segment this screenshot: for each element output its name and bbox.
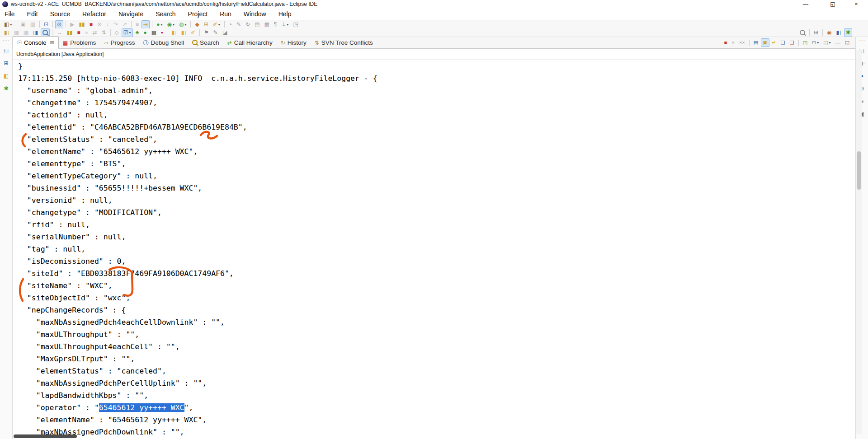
menu-navigate[interactable]: Navigate <box>118 10 143 18</box>
java-application-icon[interactable]: ◆ <box>193 20 201 29</box>
last-edit-location-icon[interactable]: ◳ <box>291 20 300 29</box>
open-folder-icon[interactable]: ◧ <box>170 28 178 37</box>
java-browsing-perspective-icon[interactable]: ◧ <box>835 28 843 37</box>
drop-to-frame-icon[interactable]: ≡ <box>134 20 141 29</box>
stop-icon[interactable]: ■ <box>75 28 82 37</box>
word-wrap-icon[interactable]: ↵ <box>770 38 778 47</box>
next-annotation-icon[interactable]: ⇣▾ <box>279 20 290 29</box>
swap-icon[interactable]: ⇄ <box>90 28 99 37</box>
tab-search[interactable]: Search <box>188 37 223 48</box>
flag-icon[interactable]: ⚑ <box>202 28 211 37</box>
bug-view-icon[interactable]: ✱ <box>3 84 9 93</box>
menu-project[interactable]: Project <box>188 10 208 18</box>
open-type-icon[interactable]: ◔ <box>227 20 234 29</box>
suspend-icon[interactable]: ▮▮ <box>77 20 86 29</box>
terminate-icon[interactable]: ■ <box>88 20 94 29</box>
plant-icon[interactable]: ♣ <box>134 28 141 37</box>
checked-dropdown-icon[interactable]: ☑▾ <box>122 28 133 37</box>
console-output[interactable]: }17:11:15.250 [http-nio-6083-exec-10] IN… <box>13 60 855 439</box>
remove-launch-icon[interactable]: × <box>730 38 736 47</box>
close-window-button[interactable]: × <box>847 0 865 8</box>
scroll-lock-icon[interactable]: ▣ <box>761 38 769 47</box>
clear-console-icon[interactable]: ▤ <box>752 38 760 47</box>
type-hierarchy-icon[interactable]: ◨ <box>31 28 40 37</box>
red-square-icon[interactable]: ▪ <box>159 28 165 37</box>
tab-history[interactable]: ↻History <box>277 37 311 48</box>
display-console-icon[interactable]: ⊡▾ <box>810 38 821 47</box>
minimize-view-icon[interactable]: — <box>834 38 842 47</box>
vertical-scrollbar-thumb[interactable] <box>857 151 861 190</box>
open-perspective-icon[interactable]: ⊞ <box>812 28 820 37</box>
javaee-perspective-icon[interactable]: ◉ <box>825 28 833 37</box>
palette-icon[interactable]: ▩ <box>150 28 158 37</box>
tab-console[interactable]: ⊡Console⊠ <box>13 36 59 49</box>
view-stack-handle[interactable]: ···· <box>859 40 865 42</box>
view-stack-handle[interactable]: ···· <box>3 40 9 42</box>
project-explorer-icon[interactable]: ⊞ <box>3 59 9 68</box>
use-step-filters-icon[interactable]: ⇥ <box>142 20 150 29</box>
remove-all-launches-icon[interactable]: ×× <box>737 38 747 47</box>
tab-progress[interactable]: ▱Progress <box>100 37 139 48</box>
search-icon[interactable] <box>798 28 807 37</box>
new-folder-icon[interactable]: ◧ <box>2 28 11 37</box>
menu-source[interactable]: Source <box>50 10 70 18</box>
eraser-icon[interactable]: ◪ <box>221 28 229 37</box>
step-over-icon[interactable]: ↷ <box>112 20 120 29</box>
skip-all-breakpoints-icon[interactable]: ⊘ <box>55 20 63 29</box>
feather-icon[interactable]: ✎ <box>235 20 243 29</box>
filter-icon[interactable]: ◇ <box>113 28 121 37</box>
external-tools-icon[interactable]: ✐▾ <box>211 20 222 29</box>
new-wizard-icon[interactable]: ◧▾ <box>2 20 14 29</box>
open-folder2-icon[interactable]: ◧ <box>179 28 188 37</box>
restore-window-button[interactable]: ◱ <box>824 0 842 8</box>
tab-call-hierarchy[interactable]: ⇄Call Hierarchy <box>223 37 277 48</box>
gold-pencil-icon[interactable]: ✐ <box>189 28 197 37</box>
menu-file[interactable]: File <box>5 10 15 18</box>
menu-help[interactable]: Help <box>278 10 292 18</box>
grid-icon[interactable]: ▦ <box>263 20 271 29</box>
save-icon[interactable]: ▣ <box>19 20 27 29</box>
pencil-icon[interactable]: ✎ <box>212 28 220 37</box>
disconnect-icon[interactable]: ⊗ <box>95 20 104 29</box>
search-icon[interactable] <box>41 28 50 37</box>
console-window-icon[interactable]: ⊡ <box>42 20 50 29</box>
columns2-icon[interactable]: ▥ <box>22 28 30 37</box>
debug-button[interactable]: ●▾ <box>155 20 164 29</box>
folder-icon[interactable]: ◧ <box>3 72 9 80</box>
step-return-icon[interactable]: ↗ <box>121 20 129 29</box>
table-icon[interactable]: ▤ <box>253 20 261 29</box>
menu-edit[interactable]: Edit <box>27 10 38 18</box>
tab-problems[interactable]: ▦Problems <box>59 37 100 48</box>
coverage-button[interactable]: ◍▾ <box>177 20 189 29</box>
maximize-view-icon[interactable]: ◱ <box>843 38 851 47</box>
debug-perspective-icon[interactable]: ✱ <box>844 28 852 37</box>
wave-icon[interactable]: ≈ <box>83 28 90 37</box>
tab-debug-shell[interactable]: ⒿDebug Shell <box>139 37 188 48</box>
columns-icon[interactable]: ▥ <box>12 28 20 37</box>
forward-icon[interactable]: → <box>55 28 64 37</box>
resume-icon[interactable]: ▶ <box>68 20 76 29</box>
menu-refactor[interactable]: Refactor <box>82 10 106 18</box>
pilcrow-icon[interactable]: ¶ <box>272 20 278 29</box>
run-button[interactable]: ◉▾ <box>165 20 176 29</box>
console-vertical-scrollbar[interactable] <box>856 50 862 434</box>
sort-icon[interactable]: ⇅ <box>100 28 108 37</box>
minimize-window-button[interactable]: — <box>797 0 815 8</box>
menu-window[interactable]: Window <box>244 10 266 18</box>
step-into-icon[interactable]: ↓ <box>104 20 111 29</box>
menu-run[interactable]: Run <box>220 10 231 18</box>
new-console-pin-icon[interactable]: ◳ <box>801 38 809 47</box>
horizontal-scrollbar-thumb[interactable] <box>14 434 77 438</box>
refresh-icon[interactable]: ↻ <box>244 20 252 29</box>
terminate-icon[interactable]: ■ <box>722 38 729 47</box>
open-console-icon[interactable]: ◱▾ <box>821 38 832 47</box>
pin-console-icon[interactable]: ❏ <box>779 38 787 47</box>
green-circle-icon[interactable]: ● <box>142 28 148 37</box>
close-tab-icon[interactable]: ⊠ <box>50 40 54 46</box>
save-all-icon[interactable]: ▥ <box>28 20 37 29</box>
clipboard-icon[interactable]: ⊞ <box>202 20 210 29</box>
tab-svn-tree-conflicts[interactable]: ⇅SVN Tree Conflicts <box>311 37 377 48</box>
menu-search[interactable]: Search <box>156 10 175 18</box>
restore-views-icon[interactable]: ◱ <box>3 47 9 55</box>
show-error-console-icon[interactable]: ❏ <box>788 38 796 47</box>
